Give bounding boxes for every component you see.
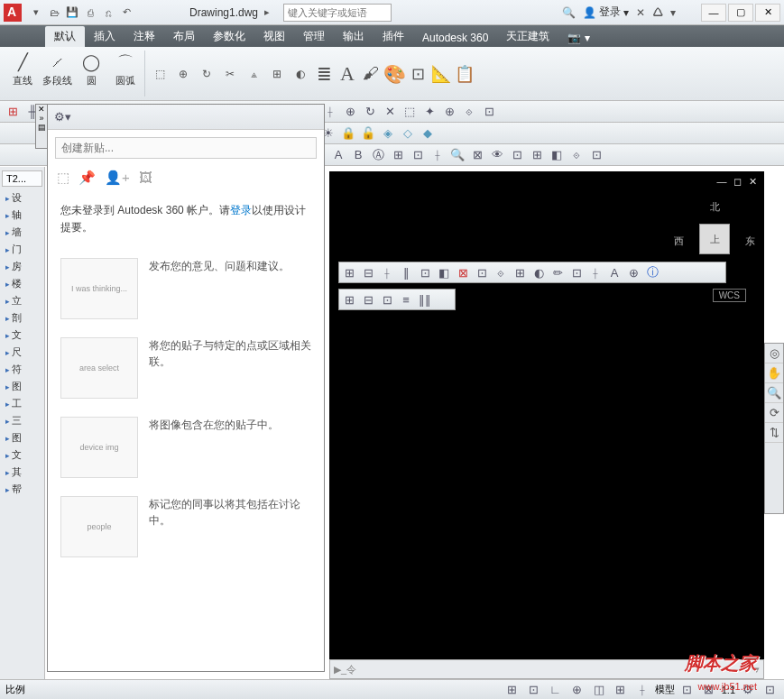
feed-close-icon[interactable]: ✕ xyxy=(36,105,47,114)
ft1-3-icon[interactable]: ⟊ xyxy=(378,263,396,281)
minimize-button[interactable]: — xyxy=(701,4,726,22)
tb-25-icon[interactable]: ⊡ xyxy=(480,103,498,121)
sidebar-item-9[interactable]: 尺 xyxy=(2,344,42,361)
tab-plugins[interactable]: 插件 xyxy=(374,26,413,47)
sidebar-item-3[interactable]: 门 xyxy=(2,241,42,258)
tb-18-icon[interactable]: ⊕ xyxy=(341,103,359,121)
ft1-4-icon[interactable]: ‖ xyxy=(397,263,415,281)
tb3-13-icon[interactable]: ⟐ xyxy=(567,146,586,164)
tab-manage[interactable]: 管理 xyxy=(294,26,334,47)
ft1-2-icon[interactable]: ⊟ xyxy=(359,263,377,281)
feed-login-link[interactable]: 登录 xyxy=(230,204,252,216)
ft1-10-icon[interactable]: ⊞ xyxy=(511,263,529,281)
ft1-16-icon[interactable]: ⊕ xyxy=(624,263,642,281)
tb2-10-icon[interactable]: 🔓 xyxy=(359,124,377,143)
sb-8-icon[interactable]: ⊡ xyxy=(678,681,696,699)
ft1-15-icon[interactable]: A xyxy=(605,263,623,281)
sb-model-label[interactable]: 模型 xyxy=(655,683,675,696)
qat-open-icon[interactable]: 🗁 xyxy=(46,5,62,21)
qat-save-icon[interactable]: 💾 xyxy=(64,5,80,21)
tb-24-icon[interactable]: ⟐ xyxy=(460,103,478,121)
sb-4-icon[interactable]: ⊕ xyxy=(568,681,586,699)
sidebar-item-5[interactable]: 楼 xyxy=(2,275,42,292)
layer-icon[interactable]: ≣ xyxy=(315,65,333,83)
feed-menu-icon[interactable]: ▤ xyxy=(36,123,47,132)
ft2-5-icon[interactable]: ‖‖ xyxy=(416,290,434,308)
arc-button[interactable]: ⌒圆弧 xyxy=(110,51,141,87)
tb2-12-icon[interactable]: ◇ xyxy=(399,124,417,143)
sidebar-item-1[interactable]: 轴 xyxy=(2,207,42,224)
properties-icon[interactable]: 🖌 xyxy=(362,65,380,83)
nav-wheel-icon[interactable]: ◎ xyxy=(765,344,783,363)
sidebar-item-15[interactable]: 文 xyxy=(2,446,42,464)
close-button[interactable]: ✕ xyxy=(755,4,780,22)
feed-user-icon[interactable]: 👤+ xyxy=(105,170,130,186)
modify-copy-icon[interactable]: ⊕ xyxy=(174,65,192,83)
feed-gear-icon[interactable]: ⚙▾ xyxy=(53,108,71,126)
sidebar-tab[interactable]: T2... xyxy=(2,170,42,187)
sidebar-item-13[interactable]: 三 xyxy=(2,412,42,429)
feed-pin-icon[interactable]: » xyxy=(36,114,47,123)
doc-dropdown-icon[interactable]: ▸ xyxy=(259,5,275,21)
tb3-10-icon[interactable]: ⊡ xyxy=(508,146,526,164)
sidebar-item-7[interactable]: 剖 xyxy=(2,309,42,327)
ft2-2-icon[interactable]: ⊟ xyxy=(359,290,377,308)
nav-orbit-icon[interactable]: ⟳ xyxy=(765,403,783,423)
tab-layout[interactable]: 布局 xyxy=(164,26,204,47)
feed-create-input[interactable] xyxy=(55,137,317,159)
exchange-icon[interactable]: ✕ xyxy=(636,6,645,19)
tab-insert[interactable]: 插入 xyxy=(85,26,125,47)
ft1-8-icon[interactable]: ⊡ xyxy=(473,263,491,281)
line-button[interactable]: ╱直线 xyxy=(7,51,38,87)
sb-2-icon[interactable]: ⊡ xyxy=(525,681,543,699)
login-button[interactable]: 👤 登录 ▾ xyxy=(583,5,629,20)
tab-annotate[interactable]: 注释 xyxy=(125,26,164,47)
vc-top[interactable]: 上 xyxy=(699,224,730,254)
tb3-11-icon[interactable]: ⊞ xyxy=(528,146,546,164)
sidebar-item-16[interactable]: 其 xyxy=(2,464,42,481)
qat-print-icon[interactable]: ⎌ xyxy=(100,5,116,21)
block-icon[interactable]: ⊡ xyxy=(409,65,427,83)
sidebar-item-10[interactable]: 符 xyxy=(2,361,42,378)
sidebar-item-17[interactable]: 帮 xyxy=(2,481,42,498)
modify-trim-icon[interactable]: ✂ xyxy=(221,65,239,83)
ft2-4-icon[interactable]: ≡ xyxy=(397,290,415,308)
sidebar-item-8[interactable]: 文 xyxy=(2,327,42,344)
modify-scale-icon[interactable]: ⊞ xyxy=(268,65,286,83)
polyline-button[interactable]: ⟋多段线 xyxy=(42,51,72,87)
tb3-9-icon[interactable]: 👁 xyxy=(488,146,506,164)
vc-east[interactable]: 东 xyxy=(745,235,755,248)
doc-min-icon[interactable]: — xyxy=(715,175,728,188)
qat-saveas-icon[interactable]: ⎙ xyxy=(82,5,98,21)
doc-close-icon[interactable]: ✕ xyxy=(746,175,759,188)
tb2-9-icon[interactable]: 🔒 xyxy=(339,124,357,143)
nav-pan-icon[interactable]: ✋ xyxy=(765,363,783,383)
clipboard-icon[interactable]: 📋 xyxy=(456,65,474,83)
ft1-13-icon[interactable]: ⊡ xyxy=(567,263,586,281)
dropdown-icon[interactable]: ▾ xyxy=(670,6,676,19)
app-icon[interactable] xyxy=(4,4,22,22)
tb2-13-icon[interactable]: ◆ xyxy=(419,124,437,143)
infocenter-icon[interactable]: 🔍 xyxy=(562,6,576,19)
tb3-2-icon[interactable]: B xyxy=(349,146,367,164)
modify-move-icon[interactable]: ⬚ xyxy=(151,65,169,83)
feed-pin2-icon[interactable]: 📌 xyxy=(78,170,96,186)
tb3-1-icon[interactable]: A xyxy=(329,146,347,164)
sidebar-item-2[interactable]: 墙 xyxy=(2,224,42,241)
sidebar-item-12[interactable]: 工 xyxy=(2,395,42,412)
tb-20-icon[interactable]: ✕ xyxy=(381,103,399,121)
tb3-4-icon[interactable]: ⊞ xyxy=(389,146,407,164)
tab-a360[interactable]: Autodesk 360 xyxy=(413,29,497,47)
text-icon[interactable]: A xyxy=(338,65,356,83)
tb-22-icon[interactable]: ✦ xyxy=(420,103,438,121)
modify-mirror-icon[interactable]: ⟁ xyxy=(244,65,263,83)
tab-default[interactable]: 默认 xyxy=(45,26,85,47)
feed-close-strip[interactable]: ✕ » ▤ xyxy=(35,104,48,149)
ft1-9-icon[interactable]: ⟐ xyxy=(492,263,510,281)
sidebar-item-14[interactable]: 图 xyxy=(2,429,42,446)
vc-west[interactable]: 西 xyxy=(674,235,684,248)
sb-6-icon[interactable]: ⊞ xyxy=(612,681,630,699)
sidebar-item-6[interactable]: 立 xyxy=(2,292,42,309)
ft1-12-icon[interactable]: ✏ xyxy=(549,263,567,281)
feed-select-icon[interactable]: ⬚ xyxy=(57,170,69,186)
